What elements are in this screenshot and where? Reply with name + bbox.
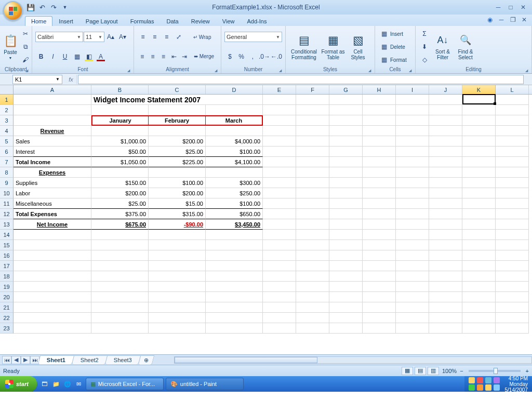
cell[interactable] [462,282,496,292]
cell[interactable] [263,261,296,271]
cell[interactable] [462,178,496,188]
cell-net-income-label[interactable]: Net Income [14,219,91,230]
cell[interactable] [396,313,429,323]
fill-icon[interactable]: ⬇ [419,42,430,52]
cell-month-feb[interactable]: February [149,115,206,126]
cell[interactable] [263,136,296,147]
cell[interactable] [149,167,206,178]
new-sheet-button[interactable]: ⊕ [138,355,154,365]
cell[interactable] [296,95,329,105]
cell[interactable] [14,230,91,240]
cell[interactable] [263,188,296,198]
cell[interactable] [329,188,363,198]
cell[interactable] [496,178,529,188]
cell[interactable] [149,292,206,302]
cell[interactable] [329,230,363,240]
wrap-text-button[interactable]: ↵ Wrap [187,32,218,42]
cell[interactable] [206,261,263,271]
italic-button[interactable]: I [47,51,59,62]
cell[interactable] [396,302,429,313]
cell-misc-jan[interactable]: $25.00 [91,198,149,209]
cell[interactable] [396,136,429,147]
cell[interactable] [149,302,206,313]
cell[interactable] [14,323,91,334]
cell[interactable] [462,167,496,178]
cell[interactable] [91,261,149,271]
cell-supplies-mar[interactable]: $300.00 [206,178,263,188]
tab-addins[interactable]: Add-Ins [241,16,273,26]
cell[interactable] [396,250,429,261]
zoom-in-icon[interactable]: + [526,368,529,374]
col-header-L[interactable]: L [496,85,529,94]
row-header-11[interactable]: 11 [0,198,14,209]
align-center-icon[interactable]: ≡ [148,51,157,62]
cell[interactable] [363,302,396,313]
row-header-8[interactable]: 8 [0,167,14,178]
cell[interactable] [14,105,91,115]
cell[interactable] [396,240,429,250]
cell[interactable] [329,105,363,115]
doc-minimize-button[interactable]: ─ [497,16,506,24]
cell[interactable] [329,261,363,271]
cell[interactable] [296,292,329,302]
cell[interactable] [329,292,363,302]
cell[interactable] [296,271,329,282]
cell-title[interactable]: Widget Income Statement 2007 [91,95,263,105]
cell[interactable] [496,271,529,282]
align-right-icon[interactable]: ≡ [158,51,168,62]
cell[interactable] [91,271,149,282]
cell[interactable] [429,230,462,240]
row-header-9[interactable]: 9 [0,178,14,188]
fx-icon[interactable]: fx [65,75,77,84]
cell[interactable] [396,282,429,292]
row-header-12[interactable]: 12 [0,209,14,219]
align-middle-icon[interactable]: ≡ [149,32,161,42]
cell[interactable] [263,105,296,115]
align-left-icon[interactable]: ≡ [137,51,147,62]
cell[interactable] [496,250,529,261]
cell[interactable] [14,313,91,323]
cell[interactable] [14,250,91,261]
cell[interactable] [396,209,429,219]
row-header-16[interactable]: 16 [0,250,14,261]
clear-icon[interactable]: ◇ [419,55,430,65]
cell[interactable] [496,126,529,136]
cell[interactable] [296,230,329,240]
cell[interactable] [429,126,462,136]
cell[interactable] [429,219,462,230]
cell-texp-feb[interactable]: $315.00 [149,209,206,219]
row-header-10[interactable]: 10 [0,188,14,198]
row-header-7[interactable]: 7 [0,157,14,167]
cells-area[interactable]: Widget Income Statement 2007 January Feb… [14,95,532,354]
insert-cells-icon[interactable]: ▦ [378,29,390,39]
accounting-format-icon[interactable]: $ [224,51,235,62]
find-select-button[interactable]: 🔍Find & Select [454,28,477,66]
cell[interactable] [462,115,496,126]
cell[interactable] [206,230,263,240]
view-page-break-icon[interactable]: ▥ [428,367,439,375]
increase-decimal-icon[interactable]: .0→ [259,51,270,62]
cell[interactable] [496,292,529,302]
format-painter-icon[interactable]: 🖌 [20,55,31,65]
cell[interactable] [296,167,329,178]
taskbar-item-paint[interactable]: 🎨untitled - Paint [166,378,244,390]
cell[interactable] [263,126,296,136]
cell-misc-feb[interactable]: $15.00 [149,198,206,209]
worksheet-grid[interactable]: A B C D E F G H I J K L 1234567891011121… [0,85,532,354]
cell[interactable] [396,167,429,178]
select-all-corner[interactable] [0,85,14,95]
cut-icon[interactable]: ✂ [20,29,31,39]
cell[interactable] [296,219,329,230]
cell[interactable] [496,167,529,178]
cell[interactable] [296,261,329,271]
cell[interactable] [462,292,496,302]
cell[interactable] [429,188,462,198]
zoom-out-icon[interactable]: − [460,368,463,374]
office-button[interactable] [3,1,23,21]
cell-tincome-feb[interactable]: $225.00 [149,157,206,167]
cell[interactable] [206,313,263,323]
cell[interactable] [462,157,496,167]
cell[interactable] [429,136,462,147]
cell[interactable] [263,282,296,292]
cell-tincome-jan[interactable]: $1,050.00 [91,157,149,167]
